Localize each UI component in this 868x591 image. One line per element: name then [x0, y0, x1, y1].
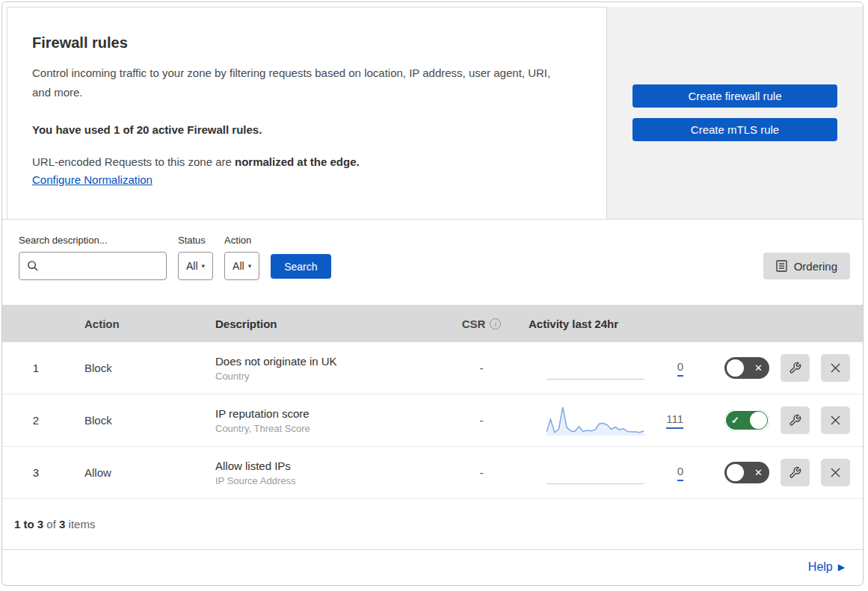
intro-card: Firewall rules Control incoming traffic …: [7, 7, 607, 219]
activity-sparkline: [547, 405, 644, 436]
ordering-button[interactable]: Ordering: [763, 253, 850, 279]
rule-enabled-toggle[interactable]: ✓ ✕: [724, 357, 769, 379]
edit-rule-button[interactable]: [781, 406, 810, 434]
table-header: Action Description CSRi Activity last 24…: [2, 305, 863, 342]
firewall-rules-page: Firewall rules Control incoming traffic …: [1, 1, 864, 586]
table-row: 2 Block IP reputation score Country, Thr…: [2, 394, 863, 447]
delete-rule-button[interactable]: [821, 354, 850, 382]
activity-count-link[interactable]: 111: [666, 412, 683, 429]
cta-panel: Create firewall rule Create mTLS rule: [607, 7, 863, 219]
filter-bar: Search description... Status All ▾: [2, 220, 863, 305]
header-description: Description: [200, 318, 440, 330]
range-text: 1 to 3: [14, 518, 43, 530]
wrench-icon: [789, 466, 801, 479]
toggle-knob: [727, 464, 744, 481]
search-icon: [27, 260, 39, 272]
normalization-bold-text: normalized at the edge.: [235, 155, 360, 168]
normalization-text: URL-encoded Requests to this zone are: [32, 155, 235, 168]
edit-rule-button[interactable]: [781, 459, 810, 486]
wrench-icon: [789, 362, 801, 374]
rule-fields: Country, Threat Score: [215, 423, 440, 434]
search-input[interactable]: [45, 260, 157, 272]
chevron-down-icon: ▾: [202, 262, 206, 270]
rule-description: Does not originate in UK: [215, 355, 440, 368]
rule-fields: IP Source Address: [215, 475, 440, 486]
rule-action: Block: [70, 362, 200, 374]
action-label: Action: [224, 235, 259, 246]
rule-enabled-toggle[interactable]: ✓ ✕: [724, 462, 769, 483]
rule-description: IP reputation score: [215, 407, 440, 420]
status-dropdown[interactable]: All ▾: [178, 252, 213, 280]
edit-rule-button[interactable]: [781, 354, 810, 382]
status-value: All: [186, 260, 198, 272]
normalization-note: URL-encoded Requests to this zone are no…: [32, 155, 579, 168]
delete-rule-button[interactable]: [821, 459, 850, 486]
toggle-knob: [727, 359, 744, 377]
rule-action: Allow: [70, 466, 200, 479]
configure-normalization-link[interactable]: Configure Normalization: [32, 173, 153, 186]
header-activity: Activity last 24hr: [523, 318, 691, 330]
rule-fields: Country: [215, 371, 440, 382]
close-icon: [830, 467, 841, 478]
total-text: 3: [59, 518, 65, 530]
table-row: 3 Allow Allow listed IPs IP Source Addre…: [2, 447, 863, 499]
status-label: Status: [178, 235, 213, 246]
table-row: 1 Block Does not originate in UK Country…: [2, 342, 863, 394]
x-icon: ✕: [754, 466, 763, 479]
ordering-label: Ordering: [794, 260, 837, 273]
search-field[interactable]: [19, 252, 167, 280]
toggle-knob: [750, 412, 767, 429]
rule-priority: 2: [2, 414, 70, 427]
help-bar: Help ▶: [2, 550, 863, 584]
rule-action: Block: [70, 414, 200, 427]
check-icon: ✓: [731, 414, 739, 427]
activity-sparkline-empty: [547, 353, 644, 384]
search-button[interactable]: Search: [271, 254, 330, 279]
rule-description: Allow listed IPs: [215, 460, 440, 472]
page-description: Control incoming traffic to your zone by…: [32, 64, 563, 102]
search-label: Search description...: [19, 235, 167, 246]
create-mtls-rule-button[interactable]: Create mTLS rule: [632, 118, 837, 141]
usage-summary: You have used 1 of 20 active Firewall ru…: [32, 123, 579, 136]
activity-sparkline-empty: [547, 457, 644, 489]
close-icon: [830, 415, 841, 426]
create-firewall-rule-button[interactable]: Create firewall rule: [632, 84, 837, 108]
action-value: All: [233, 260, 244, 272]
info-icon[interactable]: i: [490, 318, 501, 329]
ordering-list-icon: [776, 260, 787, 272]
action-dropdown[interactable]: All ▾: [224, 252, 259, 280]
rule-priority: 1: [2, 362, 70, 374]
header-action: Action: [70, 318, 200, 330]
pagination-summary: 1 to 3 of 3 items: [2, 499, 863, 550]
rule-priority: 3: [2, 466, 70, 479]
activity-count-link[interactable]: 0: [677, 360, 683, 377]
rule-csr: -: [440, 362, 523, 374]
rule-csr: -: [440, 466, 523, 479]
delete-rule-button[interactable]: [821, 406, 850, 434]
arrow-right-icon: ▶: [838, 562, 845, 572]
wrench-icon: [789, 414, 801, 427]
activity-count-link[interactable]: 0: [677, 465, 683, 481]
header-csr: CSRi: [440, 318, 523, 330]
close-icon: [830, 362, 841, 374]
rule-enabled-toggle[interactable]: ✓ ✕: [724, 409, 769, 431]
chevron-down-icon: ▾: [248, 262, 252, 270]
help-link[interactable]: Help ▶: [808, 560, 845, 574]
top-section: Firewall rules Control incoming traffic …: [2, 2, 863, 220]
page-title: Firewall rules: [32, 34, 579, 52]
x-icon: ✕: [754, 362, 763, 374]
rule-csr: -: [440, 414, 523, 427]
